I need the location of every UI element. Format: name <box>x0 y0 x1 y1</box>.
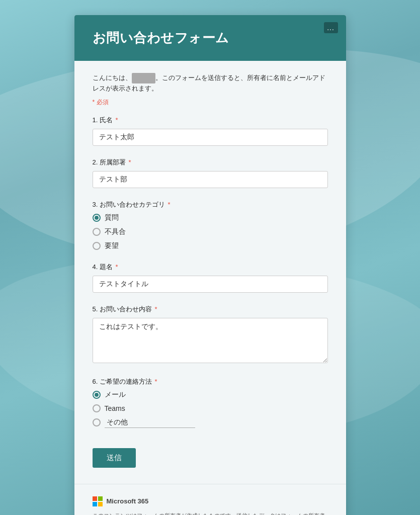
cat-required-star: * <box>166 201 171 208</box>
contact-radio-0[interactable] <box>93 391 101 399</box>
content-required-star: * <box>153 305 157 313</box>
content-textarea[interactable]: これはテストです。 <box>93 318 328 363</box>
required-note: 必須 <box>93 98 328 107</box>
submit-button[interactable]: 送信 <box>93 448 136 468</box>
contact-radio-1[interactable] <box>93 404 101 412</box>
contact-required-star: * <box>153 378 157 385</box>
category-label: 3. お問い合わせカテゴリ * <box>93 200 328 209</box>
svg-rect-1 <box>98 496 103 501</box>
name-required-star: * <box>114 116 118 124</box>
contact-other-input[interactable] <box>105 417 195 428</box>
contact-option-0[interactable]: メール <box>93 390 328 399</box>
dept-required-star: * <box>127 158 131 166</box>
content-section: 5. お問い合わせ内容 * これはテストです。 <box>93 305 328 365</box>
ms365-label: Microsoft 365 <box>107 497 149 505</box>
content-label: 5. お問い合わせ内容 * <box>93 305 328 314</box>
contact-other-row <box>93 417 328 428</box>
category-radio-1[interactable] <box>93 228 101 236</box>
contact-label-0: メール <box>105 390 126 399</box>
category-radio-0[interactable] <box>93 214 101 222</box>
contact-section: 6. ご希望の連絡方法 * メール Teams <box>93 377 328 428</box>
contact-label: 6. ご希望の連絡方法 * <box>93 377 328 386</box>
name-label: 1. 氏名 * <box>93 116 328 125</box>
subject-label: 4. 題名 * <box>93 263 328 272</box>
subject-section: 4. 題名 * <box>93 263 328 293</box>
form-footer: Microsoft 365 このコンテンツはフォームの所有者が作成したものです。… <box>74 484 346 515</box>
form-header: お問い合わせフォーム ... <box>74 15 346 61</box>
department-input[interactable] <box>93 171 328 188</box>
category-label-0: 質問 <box>105 213 119 222</box>
svg-rect-3 <box>98 502 103 506</box>
name-input[interactable] <box>93 129 328 146</box>
contact-option-1[interactable]: Teams <box>93 404 328 412</box>
category-option-0[interactable]: 質問 <box>93 213 328 222</box>
category-label-2: 要望 <box>105 241 119 250</box>
category-section: 3. お問い合わせカテゴリ * 質問 不具合 要望 <box>93 200 328 250</box>
form-body: こんにちは、 。このフォームを送信すると、所有者に名前とメールアドレスが表示され… <box>74 61 346 484</box>
svg-rect-2 <box>93 502 97 506</box>
form-title: お問い合わせフォーム <box>93 29 328 47</box>
contact-radio-group: メール Teams <box>93 390 328 428</box>
category-radio-2[interactable] <box>93 242 101 250</box>
form-container: お問い合わせフォーム ... こんにちは、 。このフォームを送信すると、所有者に… <box>74 15 346 515</box>
ms365-logo-icon <box>93 496 103 506</box>
category-option-1[interactable]: 不具合 <box>93 227 328 236</box>
intro-prefix: こんにちは、 <box>93 74 132 81</box>
name-section: 1. 氏名 * <box>93 116 328 146</box>
category-label-1: 不具合 <box>105 227 126 236</box>
username-blur <box>132 73 155 83</box>
category-radio-group: 質問 不具合 要望 <box>93 213 328 250</box>
form-intro: こんにちは、 。このフォームを送信すると、所有者に名前とメールアドレスが表示され… <box>93 73 328 94</box>
department-label: 2. 所属部署 * <box>93 158 328 167</box>
category-option-2[interactable]: 要望 <box>93 241 328 250</box>
ms365-branding: Microsoft 365 <box>93 496 328 506</box>
contact-label-1: Teams <box>105 404 125 412</box>
contact-radio-other[interactable] <box>93 418 101 426</box>
footer-body-text: このコンテンツはフォームの所有者が作成したものです。送信したデータはフォームの所… <box>93 511 328 515</box>
subj-required-star: * <box>114 263 118 271</box>
department-section: 2. 所属部署 * <box>93 158 328 188</box>
svg-rect-0 <box>93 496 97 501</box>
subject-input[interactable] <box>93 276 328 293</box>
header-menu-button[interactable]: ... <box>324 22 338 33</box>
